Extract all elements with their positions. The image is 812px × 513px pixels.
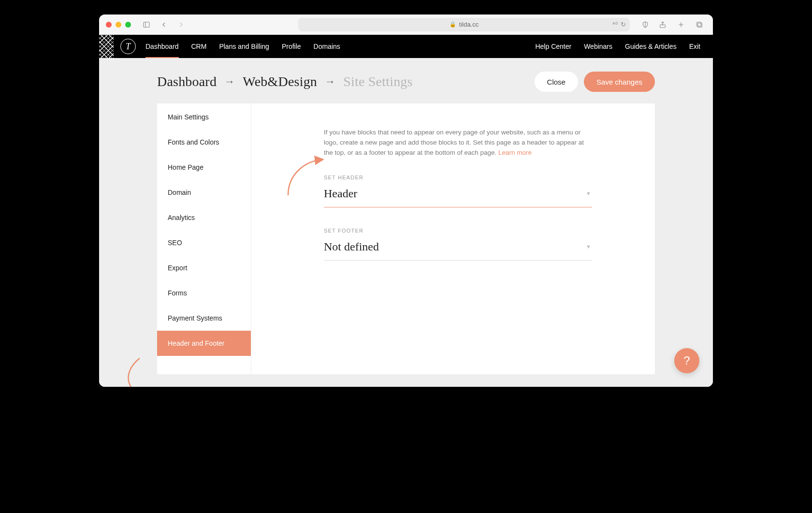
nav-item-plans-and-billing[interactable]: Plans and Billing: [219, 35, 269, 58]
nav-right: Help CenterWebinarsGuides & ArticlesExit: [535, 43, 700, 50]
browser-window: 🔒 tilda.cc ᴬ⁰ ↻ T Dashboa: [99, 15, 713, 387]
sidebar-item-header-and-footer[interactable]: Header and Footer: [157, 331, 251, 356]
help-text: If you have blocks that need to appear o…: [324, 128, 585, 158]
window-minimize-icon[interactable]: [116, 22, 121, 28]
sidebar-item-payment-systems[interactable]: Payment Systems: [157, 306, 251, 331]
nav-item-exit[interactable]: Exit: [689, 43, 700, 50]
chevron-down-icon: ▼: [586, 244, 591, 249]
sidebar-item-main-settings[interactable]: Main Settings: [157, 104, 251, 130]
sidebar-item-export[interactable]: Export: [157, 255, 251, 280]
chrome-right-actions: [656, 18, 706, 31]
breadcrumb-arrow-icon: →: [224, 75, 235, 88]
set-footer-label: SET FOOTER: [324, 228, 592, 234]
logo-icon[interactable]: T: [120, 39, 136, 54]
page-body: Dashboard→Web&Design→Site Settings Close…: [99, 58, 713, 387]
settings-panel: Main SettingsFonts and ColorsHome PageDo…: [157, 103, 655, 374]
logo-letter: T: [126, 42, 130, 52]
footer-select-value: Not defined: [324, 240, 379, 253]
footer-select[interactable]: Not defined ▼: [324, 240, 592, 261]
settings-sidebar: Main SettingsFonts and ColorsHome PageDo…: [157, 103, 251, 374]
sidebar-item-home-page[interactable]: Home Page: [157, 155, 251, 180]
nav-item-domains[interactable]: Domains: [314, 35, 340, 58]
url-host: tilda.cc: [459, 21, 478, 28]
sidebar-item-seo[interactable]: SEO: [157, 230, 251, 255]
settings-main: If you have blocks that need to appear o…: [251, 103, 655, 374]
header-actions: Close Save changes: [535, 72, 655, 92]
nav-item-guides-articles[interactable]: Guides & Articles: [625, 43, 677, 50]
nav-item-crm[interactable]: CRM: [191, 35, 207, 58]
decoration-zigzag: [99, 35, 114, 58]
browser-chrome: 🔒 tilda.cc ᴬ⁰ ↻: [99, 15, 713, 35]
sidebar-item-domain[interactable]: Domain: [157, 180, 251, 205]
new-tab-icon[interactable]: [674, 18, 688, 31]
set-footer-field: SET FOOTER Not defined ▼: [324, 228, 592, 261]
nav-forward-icon[interactable]: [174, 18, 188, 31]
learn-more-link[interactable]: Learn more: [498, 149, 532, 156]
help-text-body: If you have blocks that need to appear o…: [324, 129, 584, 156]
breadcrumb-item[interactable]: Web&Design: [243, 74, 317, 89]
nav-item-dashboard[interactable]: Dashboard: [145, 35, 179, 58]
close-button[interactable]: Close: [535, 72, 578, 92]
sidebar-item-analytics[interactable]: Analytics: [157, 205, 251, 230]
shield-icon[interactable]: [638, 18, 652, 31]
set-header-label: SET HEADER: [324, 175, 592, 180]
set-header-field: SET HEADER Header ▼: [324, 175, 592, 207]
sidebar-toggle-icon[interactable]: [140, 18, 153, 31]
header-select-value: Header: [324, 187, 357, 200]
sidebar-item-fonts-and-colors[interactable]: Fonts and Colors: [157, 130, 251, 155]
nav-left: DashboardCRMPlans and BillingProfileDoma…: [145, 35, 340, 58]
top-nav: T DashboardCRMPlans and BillingProfileDo…: [99, 35, 713, 58]
nav-item-help-center[interactable]: Help Center: [535, 43, 571, 50]
url-bar-actions: ᴬ⁰ ↻: [612, 21, 626, 28]
help-fab-label: ?: [683, 354, 690, 367]
sidebar-item-forms[interactable]: Forms: [157, 280, 251, 306]
share-icon[interactable]: [656, 18, 669, 31]
url-bar[interactable]: 🔒 tilda.cc ᴬ⁰ ↻: [298, 18, 630, 31]
nav-item-profile[interactable]: Profile: [282, 35, 301, 58]
save-button[interactable]: Save changes: [584, 72, 655, 92]
svg-rect-7: [697, 22, 701, 26]
breadcrumb-arrow-icon: →: [325, 75, 335, 88]
help-fab[interactable]: ?: [674, 348, 699, 373]
window-close-icon[interactable]: [106, 22, 112, 28]
reload-icon[interactable]: ↻: [621, 21, 626, 28]
breadcrumb: Dashboard→Web&Design→Site Settings: [157, 74, 413, 89]
nav-item-webinars[interactable]: Webinars: [584, 43, 612, 50]
annotation-arrow-header: [284, 156, 328, 201]
header-select[interactable]: Header ▼: [324, 187, 592, 207]
nav-back-icon[interactable]: [157, 18, 171, 31]
breadcrumb-item: Site Settings: [343, 74, 412, 89]
translate-icon[interactable]: ᴬ⁰: [612, 21, 618, 28]
lock-icon: 🔒: [450, 21, 456, 28]
tabs-icon[interactable]: [693, 18, 706, 31]
svg-rect-6: [698, 23, 702, 27]
chevron-down-icon: ▼: [586, 191, 591, 196]
page-header: Dashboard→Web&Design→Site Settings Close…: [99, 58, 713, 103]
window-maximize-icon[interactable]: [125, 22, 131, 28]
traffic-lights: [106, 22, 131, 28]
breadcrumb-item[interactable]: Dashboard: [157, 74, 217, 89]
svg-rect-0: [144, 22, 149, 27]
